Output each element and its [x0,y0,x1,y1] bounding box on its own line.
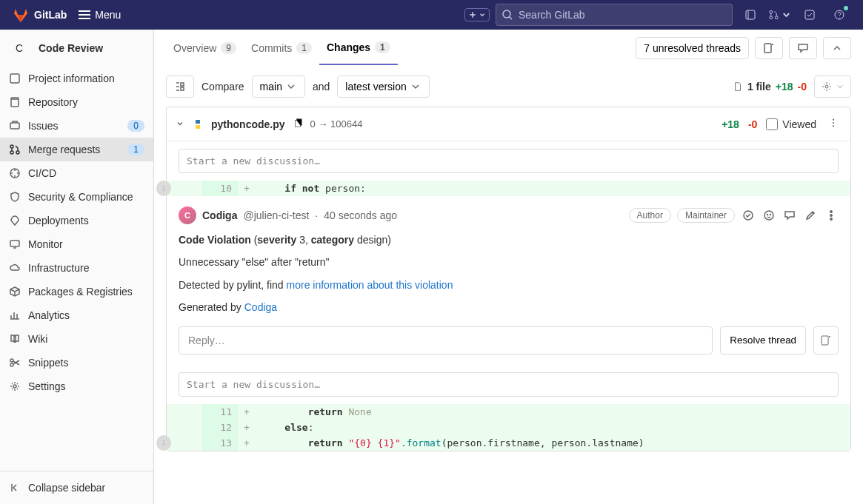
code-line-11[interactable]: 11 + return None [167,404,850,420]
copy-path-button[interactable] [293,118,303,130]
sidebar-item-label: Repository [28,96,78,108]
codiga-link[interactable]: Codiga [244,301,277,313]
issues-shortcut[interactable] [739,3,762,27]
resolve-check-icon[interactable] [741,208,756,223]
cloud-icon [9,262,21,274]
svg-point-32 [830,211,832,212]
todos-shortcut[interactable] [798,3,822,27]
collapse-sidebar-button[interactable]: Collapse sidebar [0,471,153,504]
expand-context-handle[interactable] [156,435,171,451]
sidebar-item-security[interactable]: Security & Compliance [0,185,153,209]
code-line-10[interactable]: 10 + if not person: [167,181,850,196]
commenter-avatar[interactable]: C [179,206,196,224]
new-line-num: 11 [202,404,238,420]
gitlab-logo[interactable]: GitLab [12,6,67,24]
tab-overview[interactable]: Overview 9 [166,32,244,64]
sidebar-item-analytics[interactable]: Analytics [0,303,153,327]
code-line-12[interactable]: 12 + else: [167,420,850,435]
merge-requests-shortcut[interactable] [768,3,792,27]
unresolved-threads-button[interactable]: 7 unresolved threads [636,37,749,59]
reply-icon[interactable] [782,208,797,223]
diff-settings-dropdown[interactable] [814,75,851,98]
cicd-icon [9,167,21,179]
code-line-13[interactable]: 13 + return "{0} {1}".format(person.firs… [167,435,850,451]
chevron-down-icon [410,81,421,93]
viewed-input[interactable] [766,118,778,130]
file-options-menu[interactable] [825,115,842,133]
code-content: if not person: [256,181,850,196]
tree-icon [174,81,186,93]
jump-thread-button[interactable] [789,37,817,59]
sidebar-item-repository[interactable]: Repository [0,90,153,114]
collapse-all-button[interactable] [823,37,851,59]
svg-point-34 [830,218,832,220]
svg-point-24 [833,125,834,127]
emoji-icon[interactable] [762,208,776,223]
resolve-new-issue-button[interactable] [813,326,839,355]
violation-link[interactable]: more information about this violation [287,279,453,291]
new-discussion-input-mid[interactable]: Start a new discussion… [179,372,839,397]
sidebar-item-label: Deployments [28,215,89,226]
viewed-checkbox[interactable]: Viewed [766,118,816,130]
collapse-icon [9,482,21,494]
sidebar-item-label: Security & Compliance [28,191,133,203]
file-tree-toggle[interactable] [166,75,194,98]
reply-input[interactable]: Reply… [179,326,713,355]
sidebar-item-cicd[interactable]: CI/CD [0,161,153,185]
sidebar-item-merge-requests[interactable]: Merge requests 1 [0,138,153,161]
sidebar-item-packages[interactable]: Packages & Registries [0,280,153,303]
menu-button[interactable]: Menu [73,6,127,24]
comment-username[interactable]: @julien-ci-test [243,209,309,221]
comment-time[interactable]: 40 seconds ago [324,209,397,221]
sidebar-item-issues[interactable]: Issues 0 [0,114,153,138]
svg-point-27 [163,189,164,190]
line-sign: + [238,420,256,435]
sidebar-item-snippets[interactable]: Snippets [0,351,153,374]
edit-icon[interactable] [803,208,818,223]
sidebar-item-settings[interactable]: Settings [0,374,153,398]
svg-point-0 [503,10,510,18]
sidebar-project-header[interactable]: C Code Review [0,30,153,67]
file-stats: 1 file +18 -0 [733,81,807,93]
help-dropdown[interactable] [827,3,851,27]
comment-author[interactable]: Codiga [202,209,237,221]
compare-label: Compare [201,81,244,93]
create-issue-button[interactable] [755,37,783,59]
file-added: +18 [722,118,739,130]
brand-label: GitLab [34,9,67,21]
svg-point-23 [833,122,834,124]
new-dropdown[interactable] [464,8,490,21]
info-icon [9,73,21,84]
collapse-file-toggle[interactable] [176,118,184,130]
new-discussion-input-top[interactable]: Start a new discussion… [179,149,839,173]
sidebar-item-label: Analytics [28,309,70,321]
menu-label: Menu [95,9,121,21]
scissors-icon [9,357,21,369]
more-actions-icon[interactable] [824,208,839,223]
gear-icon [9,380,21,392]
sidebar-item-project-information[interactable]: Project information [0,67,153,90]
compare-base-dropdown[interactable]: main [252,75,305,98]
sidebar-item-monitor[interactable]: Monitor [0,232,153,256]
svg-rect-8 [10,74,19,83]
svg-point-17 [10,363,13,366]
tab-changes[interactable]: Changes 1 [319,31,398,65]
svg-point-13 [16,151,19,154]
svg-point-20 [825,85,828,88]
tab-commits[interactable]: Commits 1 [244,32,319,64]
resolve-thread-button[interactable]: Resolve thread [720,326,806,355]
compare-head-dropdown[interactable]: latest version [337,75,429,98]
file-name[interactable]: pythoncode.py [211,118,285,130]
sidebar-item-wiki[interactable]: Wiki [0,327,153,351]
sidebar-item-label: Infrastructure [28,262,89,274]
old-line-num [167,435,202,451]
sidebar-item-label: Monitor [28,238,63,250]
sidebar-item-infrastructure[interactable]: Infrastructure [0,256,153,280]
expand-context-handle[interactable] [156,181,171,196]
hamburger-icon [79,10,90,19]
svg-rect-15 [10,241,19,246]
search-input[interactable] [496,4,733,26]
review-comment: C Codiga @julien-ci-test · 40 seconds ag… [167,196,850,365]
sidebar-item-deployments[interactable]: Deployments [0,209,153,232]
old-line-num [167,420,202,435]
